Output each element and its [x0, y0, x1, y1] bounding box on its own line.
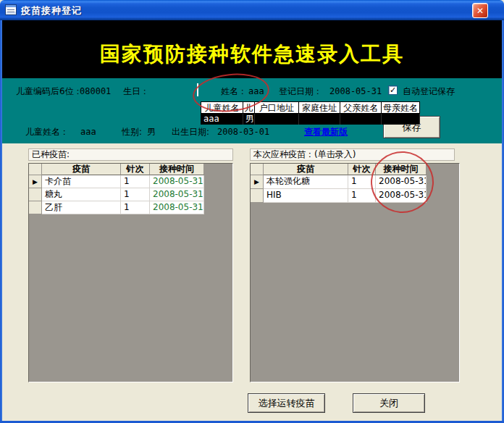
gender-value: 男 [147, 126, 156, 138]
dropdown-col-father[interactable]: 父亲姓名 [340, 101, 382, 114]
banner-title: 国家预防接种软件急速录入工具 [2, 41, 502, 68]
row-selector[interactable] [29, 188, 42, 201]
close-button[interactable]: ✕ [472, 3, 488, 18]
due-header-row: 疫苗 针次 接种时间 [251, 164, 459, 175]
dropdown-header-row: 儿童姓名 儿 户口地址 家庭住址 父亲姓名 母亲姓名 [201, 101, 420, 114]
vaccinated-grid[interactable]: 疫苗 针次 接种时间 ▶ 卡介苗 1 2008-05-31 糖丸 1 2008-… [28, 163, 233, 382]
select-vaccine-button[interactable]: 选择运转疫苗 [248, 393, 325, 413]
name-lookup-dropdown[interactable]: 儿童姓名 儿 户口地址 家庭住址 父亲姓名 母亲姓名 aaa 男 [201, 101, 420, 125]
row-selector-header [29, 164, 42, 175]
child-name-value: aaa [80, 126, 96, 138]
child-name-label: 儿童姓名： [25, 126, 69, 138]
birthday-label: 生日： [123, 85, 149, 97]
autosave-label: 自动登记保存 [403, 85, 455, 97]
dropdown-col-child-name[interactable]: 儿童姓名 [201, 101, 243, 114]
table-row[interactable]: ▶ 卡介苗 1 2008-05-31 [29, 175, 232, 188]
cell-date[interactable]: 2008-05-31 [150, 175, 204, 188]
dob-label: 出生日期: [172, 126, 209, 138]
table-row[interactable]: HIB 1 2008-05-31 [251, 189, 459, 203]
cell-dose[interactable]: 1 [348, 175, 376, 189]
check-latest-version-link[interactable]: 查看最新版 [304, 126, 348, 138]
gender-label: 性别: [122, 126, 142, 138]
cell-dose[interactable]: 1 [121, 201, 150, 214]
child-code-label: 儿童编码后6位： [16, 85, 83, 97]
child-code-value: 080001 [80, 85, 111, 97]
col-dose[interactable]: 针次 [121, 164, 150, 175]
close-form-button[interactable]: 关闭 [353, 393, 425, 413]
regdate-label: 登记日期： [279, 85, 322, 97]
app-icon [5, 4, 17, 15]
app-window: 疫苗接种登记 ✕ 国家预防接种软件急速录入工具 儿童编码后6位： 080001 … [0, 0, 504, 423]
table-row[interactable]: ▶ 本轮强化糖 1 2008-05-31 [251, 175, 459, 189]
cell-vaccine[interactable]: 糖丸 [42, 188, 121, 201]
col-vaccine[interactable]: 疫苗 [264, 164, 348, 175]
title-bar[interactable]: 疫苗接种登记 ✕ [0, 0, 504, 20]
window-title: 疫苗接种登记 [21, 4, 82, 17]
col-date[interactable]: 接种时间 [150, 164, 204, 175]
table-row[interactable]: 糖丸 1 2008-05-31 [29, 188, 232, 201]
row-pointer-icon: ▶ [33, 178, 38, 185]
name-label: 姓名： [221, 85, 247, 97]
name-input[interactable]: aaa [248, 85, 264, 97]
dropdown-cell-gender[interactable]: 男 [243, 114, 255, 125]
due-caption: 本次应种疫苗：(单击录入) [250, 148, 455, 161]
cell-vaccine[interactable]: 本轮强化糖 [264, 175, 348, 189]
dropdown-cell-name[interactable]: aaa [201, 114, 243, 125]
banner: 国家预防接种软件急速录入工具 [2, 20, 502, 78]
cell-dose[interactable]: 1 [348, 189, 376, 203]
vaccinated-caption: 已种疫苗: [28, 148, 233, 161]
dropdown-cell-home[interactable] [299, 114, 341, 125]
regdate-value: 2008-05-31 [329, 85, 382, 97]
dropdown-col-child-gender[interactable]: 儿 [243, 101, 255, 114]
dropdown-cell-hukou[interactable] [255, 114, 299, 125]
cell-date[interactable]: 2008-05-31 [376, 175, 427, 189]
cell-vaccine[interactable]: 乙肝 [42, 201, 121, 214]
dropdown-result-row[interactable]: aaa 男 [201, 114, 420, 125]
cell-dose[interactable]: 1 [121, 175, 150, 188]
close-icon: ✕ [476, 6, 484, 16]
table-row[interactable]: 乙肝 1 2008-05-31 [29, 201, 232, 214]
col-vaccine[interactable]: 疫苗 [42, 164, 121, 175]
vaccinated-header-row: 疫苗 针次 接种时间 [29, 164, 232, 175]
cell-vaccine[interactable]: HIB [264, 189, 348, 203]
dropdown-cell-mother[interactable] [382, 114, 420, 125]
cell-dose[interactable]: 1 [121, 188, 150, 201]
dropdown-cell-father[interactable] [340, 114, 382, 125]
cell-date[interactable]: 2008-05-31 [150, 201, 204, 214]
col-dose[interactable]: 针次 [348, 164, 376, 175]
autosave-checkbox[interactable]: ✓ [388, 85, 398, 95]
due-grid[interactable]: 疫苗 针次 接种时间 ▶ 本轮强化糖 1 2008-05-31 HIB 1 20… [250, 163, 460, 382]
dropdown-col-hukou[interactable]: 户口地址 [255, 101, 299, 114]
row-pointer-icon: ▶ [254, 178, 259, 185]
cell-date[interactable]: 2008-05-31 [376, 189, 427, 203]
cell-vaccine[interactable]: 卡介苗 [42, 175, 121, 188]
row-selector[interactable] [29, 201, 42, 214]
dropdown-col-mother[interactable]: 母亲姓名 [382, 101, 420, 114]
row-selector[interactable] [251, 189, 264, 203]
dob-value: 2008-03-01 [217, 126, 269, 138]
text-caret [197, 83, 198, 96]
col-date[interactable]: 接种时间 [376, 164, 427, 175]
row-selector-header [251, 164, 264, 175]
cell-date[interactable]: 2008-05-31 [150, 188, 204, 201]
dropdown-col-home[interactable]: 家庭住址 [299, 101, 341, 114]
check-icon: ✓ [390, 86, 396, 94]
header-section: 儿童编码后6位： 080001 生日： 姓名： aaa 登记日期： 2008-0… [2, 78, 502, 143]
